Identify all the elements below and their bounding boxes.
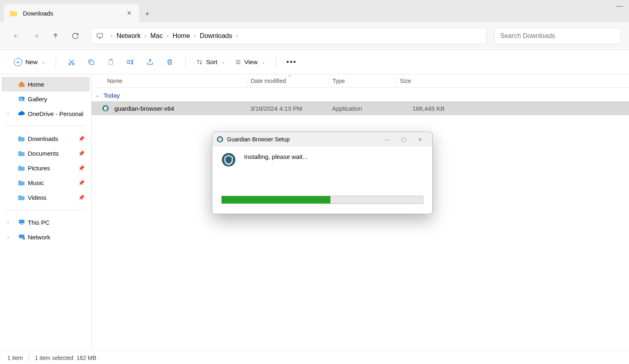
svg-rect-11 (20, 224, 23, 225)
paste-button[interactable] (102, 54, 120, 70)
action-toolbar: + New ⌄ A Sort ⌄ View ⌄ ••• (0, 50, 629, 74)
folder-icon (18, 150, 25, 157)
sidebar-label: Home (28, 81, 44, 88)
rename-button[interactable]: A (121, 54, 139, 70)
network-icon (18, 233, 25, 241)
window-controls: — (610, 0, 629, 12)
separator (56, 56, 56, 68)
sidebar-item-documents[interactable]: Documents 📌 (2, 146, 90, 161)
sidebar-label: Pictures (28, 165, 50, 172)
chevron-right-icon: › (167, 33, 168, 39)
dialog-maximize-button: ▢ (395, 136, 412, 143)
sidebar-item-network[interactable]: › Network (2, 230, 90, 244)
pin-icon: 📌 (78, 180, 85, 186)
sort-button[interactable]: Sort ⌄ (192, 56, 229, 68)
status-bar: 1 item 1 item selected 162 MB (0, 351, 629, 364)
chevron-right-icon: › (7, 234, 9, 239)
copy-button[interactable] (82, 54, 100, 70)
svg-rect-10 (19, 220, 25, 223)
status-selected: 1 item selected (35, 355, 73, 361)
file-row[interactable]: guardian-browser-x64 3/18/2024 4:13 PM A… (92, 101, 629, 115)
sidebar-label: This PC (28, 219, 49, 226)
tab-close-button[interactable]: ✕ (125, 8, 133, 18)
column-header-size[interactable]: Size (396, 78, 441, 84)
dialog-message: Installing, please wait... (244, 152, 308, 160)
folder-icon (10, 10, 18, 16)
column-headers: ⌄ Name Date modified Type Size (92, 74, 629, 88)
chevron-right-icon: › (145, 33, 146, 39)
more-button[interactable]: ••• (283, 54, 301, 70)
separator (276, 56, 276, 68)
sidebar-label: Videos (28, 194, 47, 201)
search-box[interactable] (494, 28, 621, 44)
sidebar-item-gallery[interactable]: Gallery (2, 92, 90, 106)
separator (29, 354, 29, 362)
refresh-button[interactable] (67, 28, 83, 44)
tab-downloads[interactable]: Downloads ✕ (4, 4, 139, 22)
file-type: Application (332, 105, 400, 112)
sidebar-item-downloads[interactable]: Downloads 📌 (2, 131, 90, 146)
status-item-count: 1 item (7, 355, 23, 361)
cloud-icon (18, 110, 25, 117)
dialog-title: Guardian Browser Setup (227, 136, 379, 143)
svg-rect-3 (90, 61, 94, 65)
delete-button[interactable] (161, 54, 179, 70)
sidebar-item-music[interactable]: Music 📌 (2, 175, 90, 190)
dialog-close-button: ✕ (412, 136, 428, 143)
new-tab-button[interactable]: + (139, 6, 155, 22)
window-titlebar: Downloads ✕ + — (0, 0, 629, 22)
breadcrumb[interactable]: › Network › Mac › Home › Downloads › (91, 28, 487, 44)
share-button[interactable] (141, 54, 159, 70)
sidebar-label: Gallery (28, 96, 47, 103)
sidebar-item-onedrive[interactable]: › OneDrive - Personal (2, 106, 90, 121)
svg-point-1 (69, 63, 71, 65)
svg-point-9 (20, 98, 21, 99)
monitor-icon (18, 219, 25, 226)
column-header-date[interactable]: Date modified (247, 78, 329, 84)
view-button[interactable]: View ⌄ (231, 56, 269, 68)
sort-label: Sort (206, 58, 218, 65)
chevron-down-icon: ⌄ (262, 60, 265, 64)
sort-indicator-icon: ⌄ (288, 74, 291, 77)
breadcrumb-item[interactable]: Network (117, 32, 141, 40)
svg-rect-0 (97, 33, 103, 37)
home-icon (18, 80, 25, 88)
up-button[interactable] (47, 28, 64, 44)
cut-button[interactable] (63, 54, 81, 70)
column-header-type[interactable]: Type (329, 78, 396, 84)
breadcrumb-item[interactable]: Downloads (200, 32, 232, 40)
plus-circle-icon: + (14, 58, 22, 66)
installer-dialog: Guardian Browser Setup — ▢ ✕ Installing,… (212, 132, 433, 214)
chevron-down-icon: ⌄ (42, 60, 45, 64)
sidebar-item-videos[interactable]: Videos 📌 (2, 190, 90, 205)
file-name: guardian-browser-x64 (115, 105, 250, 112)
progress-bar (221, 196, 423, 204)
column-header-name[interactable]: Name (104, 78, 247, 84)
chevron-right-icon: › (194, 33, 196, 39)
sidebar-label: OneDrive - Personal (28, 110, 83, 117)
group-header-today[interactable]: ⌄ Today (92, 88, 629, 101)
sidebar-item-pictures[interactable]: Pictures 📌 (2, 161, 90, 175)
dialog-minimize-button[interactable]: — (379, 136, 395, 143)
breadcrumb-item[interactable]: Mac (151, 32, 163, 40)
back-button[interactable] (8, 28, 25, 44)
folder-icon (18, 179, 25, 186)
new-button[interactable]: + New ⌄ (10, 56, 49, 69)
sidebar-item-thispc[interactable]: › This PC (2, 215, 90, 230)
separator (185, 56, 186, 68)
svg-point-2 (72, 63, 74, 65)
breadcrumb-item[interactable]: Home (173, 32, 190, 40)
svg-text:A: A (128, 60, 130, 63)
sidebar-label: Downloads (28, 135, 58, 142)
minimize-button[interactable]: — (610, 0, 629, 12)
sidebar-item-home[interactable]: Home (2, 77, 90, 92)
chevron-down-icon: ⌄ (96, 93, 99, 98)
dialog-titlebar[interactable]: Guardian Browser Setup — ▢ ✕ (212, 132, 432, 147)
pin-icon: 📌 (78, 150, 85, 156)
group-label: Today (103, 92, 120, 99)
search-input[interactable] (500, 32, 615, 40)
chevron-right-icon: › (236, 33, 238, 39)
shield-icon (221, 152, 236, 167)
svg-point-13 (22, 237, 25, 240)
forward-button (28, 28, 44, 44)
